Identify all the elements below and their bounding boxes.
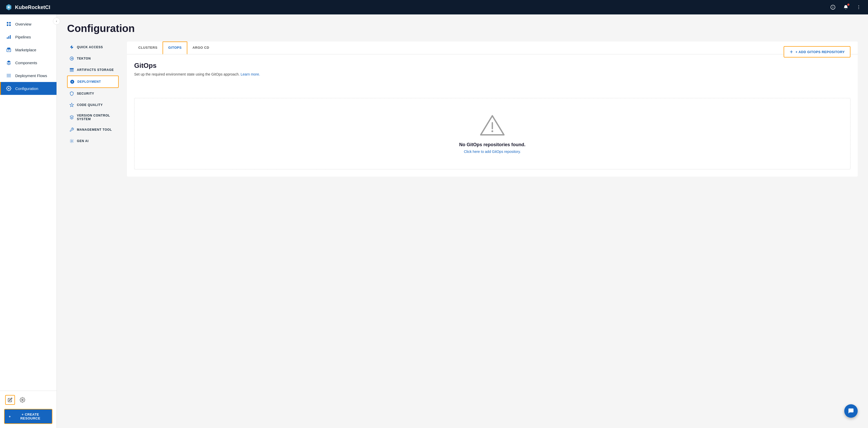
- more-icon: [856, 5, 861, 10]
- tab-gitops[interactable]: GITOPS: [162, 41, 187, 55]
- sidebar-pipelines-label: Pipelines: [15, 35, 31, 39]
- svg-rect-14: [7, 74, 11, 74]
- config-item-security[interactable]: SECURITY: [67, 88, 119, 99]
- warning-icon: [479, 114, 505, 137]
- svg-rect-16: [7, 76, 11, 77]
- info-button[interactable]: i: [829, 3, 837, 11]
- svg-rect-9: [9, 25, 11, 26]
- svg-rect-20: [70, 71, 74, 72]
- svg-point-0: [8, 6, 9, 8]
- config-item-gen-ai[interactable]: GEN AI: [67, 135, 119, 147]
- sidebar-marketplace-label: Marketplace: [15, 48, 36, 52]
- svg-point-4: [859, 7, 859, 8]
- pipelines-icon: [6, 34, 11, 40]
- svg-rect-15: [7, 75, 11, 76]
- notification-button[interactable]: [842, 3, 850, 11]
- logo-icon: [5, 4, 12, 11]
- config-sidebar: QUICK ACCESS TEKTON: [67, 41, 119, 176]
- code-quality-label: CODE QUALITY: [77, 103, 103, 107]
- svg-rect-19: [70, 70, 74, 71]
- config-layout: QUICK ACCESS TEKTON: [67, 41, 858, 176]
- tab-clusters[interactable]: CLUSTERS: [133, 41, 162, 54]
- add-gitops-link[interactable]: Click here to add GitOps repository.: [464, 150, 521, 154]
- svg-rect-11: [8, 36, 9, 39]
- empty-state: No GitOps repositories found. Click here…: [134, 98, 850, 169]
- svg-rect-10: [7, 37, 8, 39]
- config-item-deployment[interactable]: DEPLOYMENT: [67, 75, 119, 88]
- config-item-artifacts-storage[interactable]: ARTIFACTS STORAGE: [67, 64, 119, 75]
- gitops-title: GitOps: [134, 62, 260, 70]
- chat-icon: [848, 408, 854, 414]
- svg-point-24: [492, 130, 493, 132]
- header-actions: i: [829, 3, 863, 11]
- sidebar-item-pipelines[interactable]: Pipelines: [0, 30, 57, 43]
- pen-icon: [8, 398, 12, 402]
- sidebar-overview-label: Overview: [15, 22, 31, 26]
- svg-rect-7: [9, 22, 11, 24]
- create-resource-button[interactable]: + + CREATE RESOURCE: [4, 409, 52, 424]
- config-item-quick-access[interactable]: QUICK ACCESS: [67, 41, 119, 53]
- more-menu-button[interactable]: [855, 3, 863, 11]
- security-label: SECURITY: [77, 92, 94, 95]
- svg-rect-18: [70, 68, 74, 69]
- add-icon: [789, 50, 794, 54]
- header-logo: KubeRocketCI: [5, 4, 829, 11]
- sidebar-item-overview[interactable]: Overview: [0, 18, 57, 30]
- quick-access-icon: [69, 44, 74, 50]
- add-gitops-repository-button[interactable]: + ADD GITOPS REPOSITORY: [784, 46, 850, 58]
- quick-access-label: QUICK ACCESS: [77, 45, 103, 49]
- sidebar-item-deployment-flows[interactable]: Deployment Flows: [0, 69, 57, 82]
- marketplace-icon: [6, 47, 11, 53]
- sidebar-collapse-button[interactable]: ‹: [53, 18, 60, 25]
- components-icon: [6, 60, 11, 65]
- sidebar-nav: Overview Pipelines: [0, 14, 57, 391]
- page-title: Configuration: [67, 23, 858, 34]
- main-layout: ‹ Overview: [0, 14, 868, 428]
- deployment-icon: [70, 79, 75, 84]
- artifacts-storage-label: ARTIFACTS STORAGE: [77, 68, 114, 72]
- svg-rect-12: [10, 35, 10, 39]
- info-icon: i: [830, 5, 836, 10]
- config-item-management-tool[interactable]: MANAGEMENT TOOL: [67, 124, 119, 135]
- sidebar-components-label: Components: [15, 61, 37, 65]
- deployment-label: DEPLOYMENT: [78, 80, 101, 84]
- gear-icon: [20, 397, 25, 403]
- management-tool-label: MANAGEMENT TOOL: [77, 128, 112, 131]
- gen-ai-icon: [69, 138, 74, 143]
- svg-point-3: [859, 5, 859, 6]
- sidebar-configuration-label: Configuration: [15, 86, 38, 91]
- svg-text:i: i: [832, 6, 833, 9]
- gen-ai-label: GEN AI: [77, 139, 89, 143]
- security-icon: [69, 91, 74, 96]
- config-item-version-control-system[interactable]: VERSION CONTROL SYSTEM: [67, 110, 119, 124]
- chat-fab-button[interactable]: [844, 404, 858, 418]
- tekton-label: TEKTON: [77, 57, 91, 60]
- sidebar-item-components[interactable]: Components: [0, 56, 57, 69]
- learn-more-link[interactable]: Learn more.: [241, 72, 260, 76]
- gitops-description: Set up the required environment state us…: [134, 72, 260, 76]
- tabs-bar: CLUSTERS GITOPS ARGO CD: [127, 41, 858, 55]
- artifacts-storage-icon: [69, 67, 74, 72]
- overview-icon: [6, 21, 11, 27]
- config-item-code-quality[interactable]: CODE QUALITY: [67, 99, 119, 110]
- edit-icon-button[interactable]: [5, 395, 15, 405]
- configuration-icon: [6, 86, 11, 91]
- version-control-icon: [69, 115, 74, 120]
- gitops-content: GitOps Set up the required environment s…: [127, 55, 858, 176]
- code-quality-icon: [69, 102, 74, 107]
- notification-dot: [847, 4, 849, 6]
- header-title: KubeRocketCI: [15, 4, 50, 10]
- create-resource-plus: +: [9, 415, 11, 419]
- sidebar: ‹ Overview: [0, 14, 57, 428]
- sidebar-item-configuration[interactable]: Configuration: [0, 82, 57, 95]
- svg-point-21: [71, 140, 72, 142]
- version-control-label: VERSION CONTROL SYSTEM: [77, 114, 117, 121]
- tab-argo-cd[interactable]: ARGO CD: [187, 41, 214, 54]
- tekton-icon: [69, 56, 74, 61]
- deployment-flows-icon: [6, 73, 11, 78]
- top-header: KubeRocketCI i: [0, 0, 868, 14]
- settings-button[interactable]: [18, 396, 27, 404]
- config-item-tekton[interactable]: TEKTON: [67, 53, 119, 64]
- config-content: CLUSTERS GITOPS ARGO CD GitOps: [127, 41, 858, 176]
- sidebar-item-marketplace[interactable]: Marketplace: [0, 43, 57, 56]
